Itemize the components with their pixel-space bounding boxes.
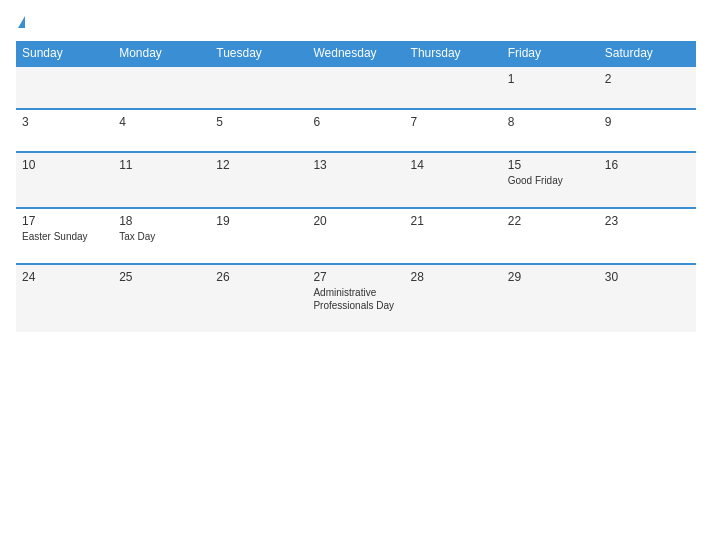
week-row-2: 3456789: [16, 109, 696, 152]
calendar-cell: [16, 66, 113, 109]
day-number: 23: [605, 214, 690, 228]
calendar-cell: [405, 66, 502, 109]
day-number: 14: [411, 158, 496, 172]
day-number: 3: [22, 115, 107, 129]
calendar-cell: 11: [113, 152, 210, 208]
day-number: 25: [119, 270, 204, 284]
day-number: 27: [313, 270, 398, 284]
day-number: 2: [605, 72, 690, 86]
day-number: 13: [313, 158, 398, 172]
weekday-header-saturday: Saturday: [599, 41, 696, 66]
weekday-header-row: SundayMondayTuesdayWednesdayThursdayFrid…: [16, 41, 696, 66]
day-number: 19: [216, 214, 301, 228]
calendar-cell: 4: [113, 109, 210, 152]
calendar-cell: 9: [599, 109, 696, 152]
day-number: 15: [508, 158, 593, 172]
calendar-event: Administrative Professionals Day: [313, 286, 398, 312]
week-row-5: 24252627Administrative Professionals Day…: [16, 264, 696, 332]
day-number: 5: [216, 115, 301, 129]
calendar-cell: 14: [405, 152, 502, 208]
calendar-cell: 23: [599, 208, 696, 264]
day-number: 21: [411, 214, 496, 228]
calendar-cell: 28: [405, 264, 502, 332]
day-number: 20: [313, 214, 398, 228]
weekday-header-friday: Friday: [502, 41, 599, 66]
week-row-3: 101112131415Good Friday16: [16, 152, 696, 208]
day-number: 18: [119, 214, 204, 228]
calendar-cell: 19: [210, 208, 307, 264]
calendar-cell: 26: [210, 264, 307, 332]
weekday-header-monday: Monday: [113, 41, 210, 66]
calendar-cell: 10: [16, 152, 113, 208]
calendar-cell: 8: [502, 109, 599, 152]
calendar-cell: 30: [599, 264, 696, 332]
calendar-cell: 20: [307, 208, 404, 264]
calendar-cell: 29: [502, 264, 599, 332]
day-number: 12: [216, 158, 301, 172]
weekday-header-thursday: Thursday: [405, 41, 502, 66]
week-row-1: 12: [16, 66, 696, 109]
weekday-header-wednesday: Wednesday: [307, 41, 404, 66]
day-number: 28: [411, 270, 496, 284]
day-number: 4: [119, 115, 204, 129]
calendar-cell: 22: [502, 208, 599, 264]
calendar-event: Easter Sunday: [22, 230, 107, 243]
calendar-cell: 21: [405, 208, 502, 264]
day-number: 8: [508, 115, 593, 129]
day-number: 24: [22, 270, 107, 284]
day-number: 29: [508, 270, 593, 284]
calendar-cell: 5: [210, 109, 307, 152]
weekday-header-sunday: Sunday: [16, 41, 113, 66]
weekday-header-tuesday: Tuesday: [210, 41, 307, 66]
calendar-cell: 27Administrative Professionals Day: [307, 264, 404, 332]
calendar-cell: 16: [599, 152, 696, 208]
day-number: 11: [119, 158, 204, 172]
calendar-cell: [210, 66, 307, 109]
calendar-cell: [113, 66, 210, 109]
day-number: 10: [22, 158, 107, 172]
week-row-4: 17Easter Sunday18Tax Day1920212223: [16, 208, 696, 264]
calendar-cell: 2: [599, 66, 696, 109]
logo-triangle-icon: [18, 16, 25, 28]
calendar-cell: 18Tax Day: [113, 208, 210, 264]
calendar-event: Good Friday: [508, 174, 593, 187]
calendar-cell: [307, 66, 404, 109]
calendar-cell: 24: [16, 264, 113, 332]
calendar-table: SundayMondayTuesdayWednesdayThursdayFrid…: [16, 41, 696, 332]
calendar-cell: 15Good Friday: [502, 152, 599, 208]
day-number: 16: [605, 158, 690, 172]
day-number: 17: [22, 214, 107, 228]
day-number: 6: [313, 115, 398, 129]
calendar-cell: 12: [210, 152, 307, 208]
page-header: [16, 16, 696, 29]
day-number: 26: [216, 270, 301, 284]
calendar-cell: 7: [405, 109, 502, 152]
day-number: 30: [605, 270, 690, 284]
calendar-body: 123456789101112131415Good Friday1617East…: [16, 66, 696, 332]
day-number: 1: [508, 72, 593, 86]
calendar-cell: 25: [113, 264, 210, 332]
day-number: 9: [605, 115, 690, 129]
day-number: 22: [508, 214, 593, 228]
calendar-cell: 3: [16, 109, 113, 152]
calendar-cell: 17Easter Sunday: [16, 208, 113, 264]
calendar-event: Tax Day: [119, 230, 204, 243]
logo: [16, 16, 25, 29]
calendar-cell: 1: [502, 66, 599, 109]
day-number: 7: [411, 115, 496, 129]
calendar-cell: 13: [307, 152, 404, 208]
calendar-cell: 6: [307, 109, 404, 152]
